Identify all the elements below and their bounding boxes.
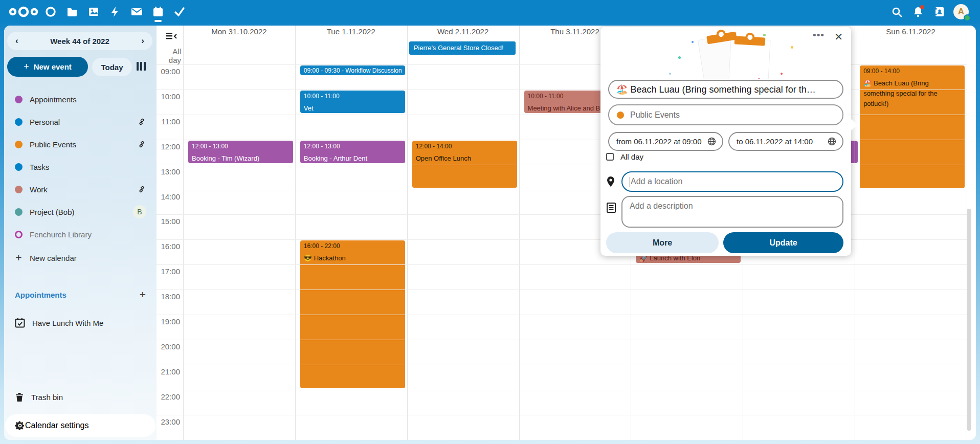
calendar-label: Tasks (30, 163, 146, 171)
nextcloud-logo[interactable] (7, 0, 40, 24)
day-header[interactable]: Sun 6.11.2022 (855, 27, 967, 38)
calendar-event[interactable]: 10:00 - 11:00Vet (300, 91, 405, 113)
calendar-label: Appointments (30, 95, 146, 104)
column-border (295, 26, 296, 440)
calendar-list: AppointmentsPersonalPublic EventsTasksWo… (4, 88, 157, 246)
previous-week-button[interactable]: ‹ (15, 36, 18, 46)
circle-app-icon[interactable] (40, 0, 61, 24)
event-title: Booking - Tim (Wizard) (192, 153, 289, 163)
calendar-color-dot (15, 118, 23, 126)
event-time: 09:00 - 14:00 (863, 68, 961, 75)
mail-app-icon[interactable] (126, 0, 147, 24)
event-editor-popup: ••• ✕ 🏖️ Beach Luau (Bring something spe… (600, 27, 851, 256)
notification-badge (920, 5, 924, 9)
plus-icon: + (24, 61, 29, 72)
checkbox-box (606, 153, 614, 161)
calendar-picker[interactable]: Public Events (608, 104, 843, 125)
event-time: 12:00 - 13:00 (192, 143, 289, 150)
calendar-color-dot (15, 231, 23, 238)
all-day-checkbox[interactable]: All day (606, 152, 643, 161)
contacts-icon[interactable] (929, 0, 950, 24)
hour-gridline (157, 340, 967, 340)
column-border (183, 26, 184, 440)
event-title-input[interactable]: 🏖️ Beach Luau (Bring something special f… (608, 80, 843, 99)
sidebar-calendar-project-bob-[interactable]: Project (Bob)B (4, 201, 157, 223)
calendar-app-icon[interactable] (147, 0, 169, 24)
time-axis-label: 09:00 (158, 67, 180, 76)
search-icon[interactable] (886, 0, 907, 24)
online-status-dot (964, 14, 971, 21)
time-axis-label: 17:00 (158, 267, 180, 276)
more-button[interactable]: More (606, 232, 719, 253)
start-date-input[interactable]: from 06.11.2022 at 09:00 (608, 132, 723, 151)
avatar[interactable]: A (950, 0, 972, 24)
column-border (519, 26, 520, 440)
tasks-app-icon[interactable] (169, 0, 190, 24)
collapse-allday-icon[interactable] (166, 33, 177, 42)
sidebar-calendar-work[interactable]: Work (4, 178, 157, 201)
calendar-event[interactable]: 12:00 - 13:00Booking - Tim (Wizard) (188, 141, 293, 163)
share-link-icon[interactable] (137, 117, 146, 126)
time-axis-label: 21:00 (158, 367, 180, 376)
event-time: 16:00 - 22:00 (304, 242, 402, 250)
time-axis-label: 10:00 (158, 92, 180, 101)
hour-gridline (157, 290, 967, 290)
new-calendar-button[interactable]: + New calendar (4, 247, 157, 269)
calendar-event[interactable]: 09:00 - 14:00🏖️ Beach Luau (Bring someth… (860, 65, 965, 188)
end-date-input[interactable]: to 06.11.2022 at 14:00 (728, 132, 843, 151)
day-header[interactable]: Mon 31.10.2022 (183, 27, 295, 38)
calendar-color-dot (15, 141, 23, 148)
calendar-event[interactable]: 09:00 - 09:30 - Workflow Discussion (300, 65, 405, 75)
hour-gridline (157, 390, 967, 390)
files-app-icon[interactable] (61, 0, 83, 24)
column-border (855, 26, 855, 440)
calendar-label: Project (Bob) (30, 208, 133, 216)
location-input[interactable]: Add a location (621, 171, 843, 192)
calendar-event[interactable]: 12:00 - 13:00Booking - Arthur Dent (300, 141, 405, 163)
all-day-label: All day (159, 47, 181, 64)
calendar-label: Personal (30, 118, 137, 126)
time-axis-label: 22:00 (158, 392, 180, 401)
location-pin-icon (607, 176, 615, 187)
sidebar-calendar-fenchurch-library[interactable]: Fenchurch Library (4, 223, 157, 246)
photos-app-icon[interactable] (83, 0, 104, 24)
next-week-button[interactable]: › (141, 36, 144, 46)
day-header[interactable]: Tue 1.11.2022 (295, 27, 407, 38)
gear-icon (15, 420, 25, 431)
add-appointment-config-button[interactable]: + (140, 288, 146, 301)
trash-bin-item[interactable]: Trash bin (4, 386, 157, 408)
appointments-section-header: Appointments + (15, 288, 146, 301)
appointment-item-have-lunch[interactable]: Have Lunch With Me (4, 312, 157, 334)
update-button[interactable]: Update (723, 232, 843, 253)
event-title: 😎 Hackathon (304, 253, 402, 263)
time-axis-label: 13:00 (158, 167, 180, 176)
calendar-check-icon (15, 318, 25, 328)
timezone-globe-icon (707, 137, 716, 146)
hour-gridline (157, 264, 967, 265)
share-link-icon[interactable] (137, 140, 146, 149)
today-button[interactable]: Today (92, 58, 132, 76)
description-icon (607, 203, 616, 213)
description-input[interactable]: Add a description (621, 196, 843, 228)
event-time: 12:00 - 14:00 (416, 143, 514, 150)
share-link-icon[interactable] (137, 185, 146, 194)
shared-by-avatar: B (133, 205, 146, 218)
activity-app-icon[interactable] (104, 0, 126, 24)
sidebar-calendar-appointments[interactable]: Appointments (4, 88, 157, 110)
event-time: 10:00 - 11:00 (304, 93, 402, 100)
view-switcher-icon[interactable] (137, 62, 146, 71)
notifications-bell-icon[interactable] (907, 0, 929, 24)
sidebar-calendar-public-events[interactable]: Public Events (4, 133, 157, 156)
vertical-scrollbar[interactable] (967, 209, 971, 431)
new-event-button[interactable]: + New event (7, 57, 88, 77)
active-app-indicator (154, 20, 162, 22)
calendar-color-dot (15, 163, 23, 171)
calendar-settings-button[interactable]: Calendar settings (5, 414, 155, 437)
time-axis-label: 14:00 (158, 192, 180, 201)
calendar-color-dot (617, 112, 624, 119)
day-header[interactable]: Wed 2.11.2022 (407, 27, 519, 38)
sidebar-calendar-tasks[interactable]: Tasks (4, 156, 157, 178)
calendar-label: Work (30, 185, 137, 194)
sidebar-calendar-personal[interactable]: Personal (4, 110, 157, 133)
allday-event[interactable]: Pierre's General Store Closed! (409, 41, 516, 55)
